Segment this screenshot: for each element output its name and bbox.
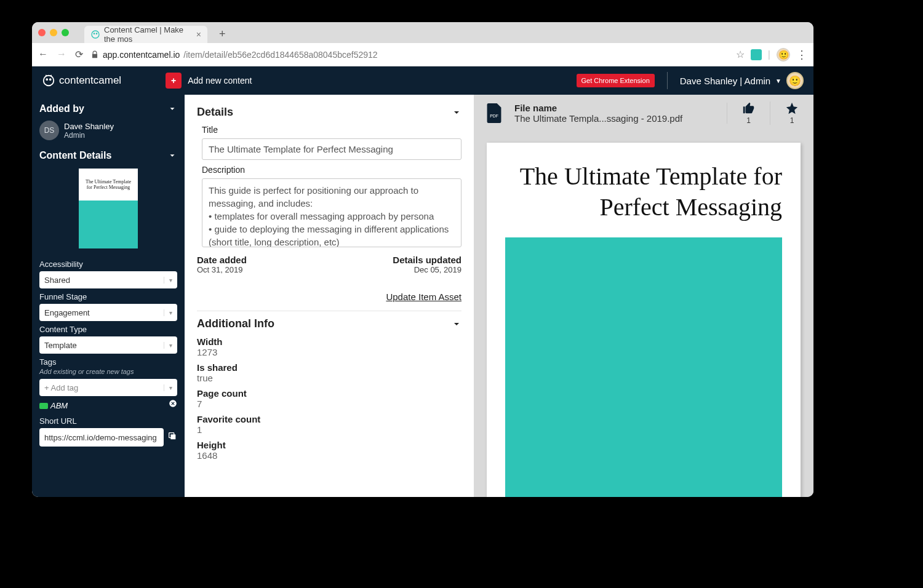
- maximize-window-icon[interactable]: [62, 29, 69, 36]
- url-host: app.contentcamel.io: [103, 50, 180, 60]
- added-by-user: DS Dave Shanley Admin: [39, 118, 177, 146]
- info-favcount-value: 1: [197, 424, 461, 435]
- chevron-down-icon: [167, 104, 177, 114]
- camel-icon: [42, 74, 55, 87]
- user-role: Admin: [64, 131, 114, 140]
- app-logo[interactable]: contentcamel: [42, 74, 121, 87]
- user-initials-avatar: DS: [39, 121, 59, 140]
- profile-avatar-icon[interactable]: 🙂: [777, 48, 790, 62]
- like-cell[interactable]: 1: [727, 101, 770, 125]
- url-field[interactable]: app.contentcamel.io/item/detail/eb56e2cd…: [90, 50, 729, 60]
- content-details-header[interactable]: Content Details: [39, 146, 177, 165]
- forward-icon[interactable]: →: [57, 49, 66, 60]
- details-updated-label: Details updated: [393, 255, 461, 265]
- details-section-header[interactable]: Details: [197, 106, 461, 119]
- file-name-value: The Ultimate Templa...ssaging - 2019.pdf: [514, 113, 682, 124]
- info-pagecount-label: Page count: [197, 388, 461, 399]
- update-item-asset-link[interactable]: Update Item Asset: [197, 292, 461, 302]
- get-extension-button[interactable]: Get Chrome Extension: [577, 74, 655, 87]
- funnel-stage-select[interactable]: Engagement ▾: [39, 304, 177, 321]
- browser-tab[interactable]: Content Camel | Make the mos ×: [84, 26, 207, 43]
- thumbs-up-icon: [742, 101, 756, 115]
- short-url-input[interactable]: https://ccml.io/demo-messaging: [39, 428, 164, 447]
- details-section-title: Details: [197, 106, 233, 119]
- like-count: 1: [746, 116, 751, 125]
- chevron-down-icon: ▾: [164, 384, 172, 391]
- tab-close-icon[interactable]: ×: [196, 30, 201, 39]
- document-page-title: The Ultimate Template for Perfect Messag…: [505, 161, 782, 223]
- sidebar: Added by DS Dave Shanley Admin Content D…: [32, 95, 185, 497]
- add-tag-placeholder: + Add tag: [44, 383, 78, 392]
- content-thumbnail[interactable]: The Ultimate Template for Perfect Messag…: [79, 169, 138, 248]
- new-tab-icon[interactable]: +: [219, 28, 226, 41]
- minimize-window-icon[interactable]: [50, 29, 57, 36]
- star-icon: [785, 101, 799, 115]
- description-textarea[interactable]: This guide is perfect for positioning ou…: [202, 178, 461, 247]
- svg-point-1: [94, 33, 94, 34]
- description-label: Description: [202, 165, 461, 175]
- svg-point-3: [44, 76, 54, 86]
- funnel-stage-label: Funnel Stage: [39, 292, 177, 301]
- short-url-label: Short URL: [39, 416, 177, 426]
- content-type-value: Template: [44, 341, 77, 350]
- window-controls: [38, 29, 69, 36]
- app: contentcamel + Add new content Get Chrom…: [32, 66, 813, 497]
- added-by-label: Added by: [39, 103, 84, 114]
- thumbnail-body: [79, 201, 138, 248]
- close-window-icon[interactable]: [38, 29, 46, 36]
- funnel-stage-value: Engagement: [44, 308, 90, 317]
- favicon-icon: [90, 30, 100, 39]
- caret-down-icon: ▼: [775, 77, 781, 84]
- add-content-label: Add new content: [188, 76, 252, 85]
- divider: [197, 311, 461, 311]
- date-added-label: Date added: [197, 255, 247, 265]
- document-page[interactable]: The Ultimate Template for Perfect Messag…: [487, 143, 801, 497]
- svg-rect-7: [170, 434, 175, 439]
- tag-chip[interactable]: ABM: [39, 401, 68, 410]
- chevron-down-icon: ▾: [164, 342, 172, 349]
- menu-icon[interactable]: ⋮: [796, 48, 807, 62]
- info-width-label: Width: [197, 336, 461, 347]
- browser-window: Content Camel | Make the mos × + ← → ⟳ a…: [32, 22, 813, 497]
- info-width-value: 1273: [197, 347, 461, 357]
- remove-tag-icon[interactable]: [169, 399, 177, 408]
- url-path: /item/detail/eb56e2cd6d1844658a08045bcef…: [183, 50, 377, 60]
- tag-name: ABM: [50, 401, 68, 410]
- lock-icon: [90, 50, 99, 59]
- date-added-value: Oct 31, 2019: [197, 265, 247, 274]
- chevron-down-icon: [167, 151, 177, 161]
- copy-icon[interactable]: [167, 431, 177, 441]
- thumbnail-title: The Ultimate Template for Perfect Messag…: [79, 169, 138, 201]
- file-name-cell: PDF File name The Ultimate Templa...ssag…: [474, 103, 727, 124]
- document-page-body: [505, 237, 782, 497]
- content-type-select[interactable]: Template ▾: [39, 336, 177, 354]
- add-tag-select[interactable]: + Add tag ▾: [39, 379, 177, 396]
- user-menu[interactable]: Dave Shanley | Admin ▼ 🙂: [680, 72, 804, 89]
- additional-info-header[interactable]: Additional Info: [197, 317, 461, 330]
- tag-color-swatch: [39, 403, 48, 409]
- svg-point-4: [46, 79, 47, 80]
- file-name-label: File name: [514, 103, 682, 113]
- title-input[interactable]: [202, 138, 461, 160]
- chevron-down-icon: ▾: [164, 277, 172, 284]
- user-avatar-icon: 🙂: [786, 72, 804, 89]
- content-type-label: Content Type: [39, 325, 177, 334]
- info-pagecount-value: 7: [197, 399, 461, 409]
- tags-hint: Add existing or create new tags: [39, 368, 177, 375]
- extension-icon[interactable]: [751, 49, 762, 60]
- accessibility-select[interactable]: Shared ▾: [39, 271, 177, 288]
- back-icon[interactable]: ←: [38, 49, 48, 60]
- star-cell[interactable]: 1: [770, 101, 813, 125]
- add-content-button[interactable]: + Add new content: [166, 73, 252, 89]
- user-label: Dave Shanley | Admin: [680, 76, 770, 86]
- accessibility-value: Shared: [44, 276, 70, 285]
- svg-point-2: [96, 33, 97, 34]
- added-by-header[interactable]: Added by: [39, 100, 177, 118]
- plus-icon: +: [166, 73, 182, 89]
- title-label: Title: [202, 125, 461, 135]
- info-isshared-value: true: [197, 373, 461, 383]
- bookmark-star-icon[interactable]: ☆: [736, 49, 745, 60]
- reload-icon[interactable]: ⟳: [75, 49, 83, 60]
- app-body: Added by DS Dave Shanley Admin Content D…: [32, 95, 813, 497]
- svg-point-5: [50, 79, 51, 80]
